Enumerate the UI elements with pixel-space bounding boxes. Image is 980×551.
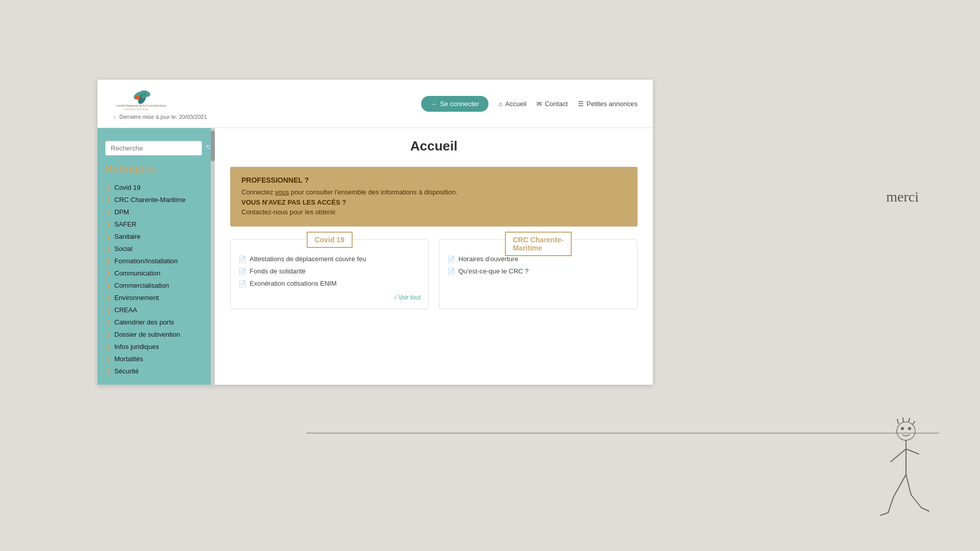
sidebar-item-environnement[interactable]: ❯ Environnement — [97, 291, 215, 304]
sidebar-item-dpm[interactable]: ❯ DPM — [97, 206, 215, 218]
voir-tout-link[interactable]: › Voir tout — [395, 294, 421, 301]
card-item: 📄 Exonération cotisations ENIM — [238, 280, 421, 288]
sidebar-scroll-thumb[interactable] — [211, 131, 215, 161]
sidebar-link-communication[interactable]: ❯ Communication — [105, 269, 207, 277]
sidebar-link-creaa[interactable]: ❯ CREAA — [105, 306, 207, 314]
list-icon: ☰ — [578, 100, 584, 108]
sidebar-item-creaa[interactable]: ❯ CREAA — [97, 304, 215, 316]
svg-line-14 — [911, 495, 921, 508]
sidebar-link-subvention[interactable]: ❯ Dossier de subvention — [105, 330, 207, 338]
sidebar-item-safer[interactable]: ❯ SAFER — [97, 218, 215, 230]
login-button[interactable]: → Se connecter — [421, 96, 488, 112]
chevron-icon: ❯ — [105, 244, 111, 253]
chevron-icon: ❯ — [105, 367, 111, 375]
card-link-attestations[interactable]: Attestations de déplacement couvre feu — [250, 255, 366, 263]
card-link-fonds[interactable]: Fonds de solidarité — [250, 267, 306, 275]
sidebar-item-social[interactable]: ❯ Social — [97, 242, 215, 255]
chevron-icon: ❯ — [105, 208, 111, 216]
chevron-icon: ❯ — [105, 183, 111, 191]
svg-point-17 — [901, 428, 903, 430]
rubriques-title: Rubriques — [97, 163, 215, 181]
svg-line-16 — [921, 508, 929, 511]
pro-banner-text: Connectez vous pour consulter l'ensemble… — [241, 187, 626, 217]
search-input[interactable] — [105, 141, 202, 156]
site-header: Comité Régional de la Conchyliculture Ch… — [97, 80, 653, 128]
sidebar-item-crc[interactable]: ❯ CRC Charente-Maritime — [97, 193, 215, 206]
sidebar-item-covid19[interactable]: ❯ Covid 19 — [97, 181, 215, 193]
chevron-icon: ❯ — [105, 281, 111, 289]
card-link-horaires[interactable]: Horaires d'ouverture — [458, 255, 518, 263]
covid19-card: Covid 19 📄 Attestations de déplacement c… — [230, 239, 429, 309]
sidebar-link-dpm[interactable]: ❯ DPM — [105, 208, 207, 216]
sidebar-link-calendrier[interactable]: ❯ Calendrier des ports — [105, 318, 207, 326]
sidebar-scrollbar[interactable] — [211, 128, 215, 385]
pro-banner-line1: Connectez vous pour consulter l'ensemble… — [241, 188, 457, 196]
sidebar: 🔍 Rubriques ❯ Covid 19❯ CRC Charente-Mar… — [97, 128, 215, 385]
search-area: 🔍 — [97, 136, 215, 163]
sidebar-link-sanitaire[interactable]: ❯ Sanitaire — [105, 232, 207, 240]
sidebar-item-mortalites[interactable]: ❯ Mortalités — [97, 353, 215, 365]
file-icon: 📄 — [238, 256, 247, 263]
sidebar-link-mortalites[interactable]: ❯ Mortalités — [105, 355, 207, 363]
svg-line-15 — [880, 513, 888, 515]
file-icon: 📄 — [238, 280, 247, 288]
nav-contact[interactable]: ✉ Contact — [536, 100, 568, 108]
main-content: 🔍 Rubriques ❯ Covid 19❯ CRC Charente-Mar… — [97, 128, 653, 385]
card-item: 📄 Attestations de déplacement couvre feu — [238, 255, 421, 263]
nav-accueil[interactable]: ⌂ Accueil — [499, 100, 527, 108]
svg-line-11 — [893, 474, 906, 497]
sidebar-link-commercialisation[interactable]: ❯ Commercialisation — [105, 281, 207, 289]
chevron-icon: ❯ — [105, 293, 111, 302]
sidebar-item-sanitaire[interactable]: ❯ Sanitaire — [97, 230, 215, 242]
sidebar-link-securite[interactable]: ❯ Sécurité — [105, 367, 207, 375]
sidebar-link-environnement[interactable]: ❯ Environnement — [105, 293, 207, 302]
sidebar-item-formation[interactable]: ❯ Formation/Installation — [97, 255, 215, 267]
card-link-quest[interactable]: Qu'est-ce-que le CRC ? — [458, 267, 529, 275]
file-icon: 📄 — [447, 256, 455, 263]
sidebar-item-securite[interactable]: ❯ Sécurité — [97, 365, 215, 377]
chevron-icon: ❯ — [105, 232, 111, 240]
sidebar-item-subvention[interactable]: ❯ Dossier de subvention — [97, 328, 215, 340]
chevron-icon: ❯ — [105, 330, 111, 338]
ground-line — [306, 433, 939, 434]
svg-line-13 — [906, 474, 911, 495]
home-icon-small: ⌂ — [113, 114, 116, 120]
sidebar-menu: ❯ Covid 19❯ CRC Charente-Maritime❯ DPM❯ … — [97, 181, 215, 377]
merci-text: merci — [886, 189, 919, 205]
sidebar-item-infos[interactable]: ❯ Infos juridiques — [97, 340, 215, 353]
svg-line-21 — [909, 418, 910, 422]
sidebar-link-social[interactable]: ❯ Social — [105, 244, 207, 253]
sidebar-link-crc[interactable]: ❯ CRC Charente-Maritime — [105, 195, 207, 204]
chevron-icon: ❯ — [105, 269, 111, 277]
svg-text:Charente-Maritime: Charente-Maritime — [124, 107, 149, 111]
svg-line-20 — [903, 418, 903, 422]
last-update: ⌂ Dernière mise à jour le: 20/03/2021 — [113, 114, 207, 120]
sidebar-link-safer[interactable]: ❯ SAFER — [105, 220, 207, 228]
sidebar-link-formation[interactable]: ❯ Formation/Installation — [105, 257, 207, 265]
header-nav: → Se connecter ⌂ Accueil ✉ Contact ☰ Pet… — [421, 96, 638, 112]
svg-text:Comité Régional de la Conchyli: Comité Régional de la Conchyliculture — [115, 104, 167, 107]
sidebar-item-communication[interactable]: ❯ Communication — [97, 267, 215, 279]
crc-card: CRC Charente-Maritime 📄 Horaires d'ouver… — [439, 239, 638, 309]
svg-line-9 — [891, 449, 906, 462]
logo-area: Comité Régional de la Conchyliculture Ch… — [113, 87, 207, 120]
chevron-icon: ❯ — [105, 195, 111, 204]
file-icon: 📄 — [447, 268, 455, 276]
card-item: 📄 Qu'est-ce-que le CRC ? — [447, 267, 629, 276]
browser-window: Comité Régional de la Conchyliculture Ch… — [97, 79, 653, 385]
card-link-exoneration[interactable]: Exonération cotisations ENIM — [250, 280, 337, 287]
login-icon: → — [430, 100, 437, 108]
sidebar-item-commercialisation[interactable]: ❯ Commercialisation — [97, 279, 215, 291]
chevron-icon: ❯ — [105, 257, 111, 265]
cards-row: Covid 19 📄 Attestations de déplacement c… — [230, 239, 638, 309]
chevron-icon: ❯ — [105, 342, 111, 350]
voir-tout-covid: › Voir tout — [238, 293, 421, 301]
svg-line-22 — [913, 421, 915, 424]
pro-banner-line2: VOUS N'AVEZ PAS LES ACCÈS ? — [241, 198, 346, 206]
nav-petites-annonces[interactable]: ☰ Petites annonces — [578, 100, 638, 108]
sidebar-item-calendrier[interactable]: ❯ Calendrier des ports — [97, 316, 215, 328]
pro-banner-title: PROFESSIONNEL ? — [241, 176, 626, 184]
sidebar-link-infos[interactable]: ❯ Infos juridiques — [105, 342, 207, 350]
sidebar-link-covid19[interactable]: ❯ Covid 19 — [105, 183, 207, 191]
site-logo: Comité Régional de la Conchyliculture Ch… — [113, 87, 174, 113]
